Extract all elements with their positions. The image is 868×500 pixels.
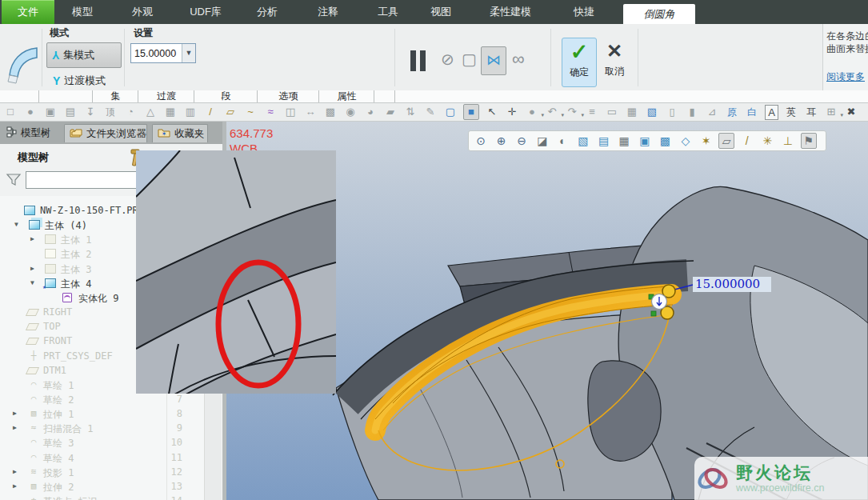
dashboard-tab-5[interactable]: 属性 <box>318 90 374 102</box>
menu-tab-10[interactable]: 快捷 <box>562 0 606 24</box>
plain-cn-icon[interactable]: 白 <box>745 104 759 120</box>
material-ball-icon[interactable]: ● <box>23 104 38 120</box>
expand-icon[interactable]: ▶ <box>13 410 17 417</box>
offset-section-icon[interactable]: ▩ <box>657 133 673 149</box>
tree-item-18[interactable]: ◠草绘 411 <box>0 450 205 465</box>
shaded-view-icon[interactable]: ■ <box>463 104 479 120</box>
radius-value[interactable]: 15.00000 <box>131 48 182 59</box>
assemble-icon[interactable]: ▣ <box>43 104 58 120</box>
no-preview-icon[interactable]: ⊘ <box>441 50 454 69</box>
wireframe-preview-icon[interactable]: ▢ <box>462 50 477 69</box>
zoom-out-icon[interactable]: ⊖ <box>514 133 530 149</box>
menu-tab-3[interactable]: 外观 <box>120 0 165 24</box>
expand-icon[interactable]: ▶ <box>13 424 17 431</box>
zoom-fit-icon[interactable]: ⊙ <box>473 133 489 149</box>
style-brush-icon[interactable]: ✎ <box>423 104 438 120</box>
collapse-icon[interactable]: ▼ <box>14 221 18 228</box>
surface-trim-icon[interactable]: ◔ <box>123 104 138 120</box>
open-folder-icon[interactable]: ▤ <box>63 104 78 120</box>
section-cap-icon[interactable]: ▣ <box>637 133 653 149</box>
revolve-tool-icon[interactable]: ▮ <box>685 104 699 120</box>
expand-icon[interactable]: ▶ <box>30 235 34 242</box>
wireframe-view-icon[interactable]: ▢ <box>443 104 458 120</box>
dashboard-tab-2[interactable]: 过渡 <box>138 90 194 102</box>
menu-tab-6[interactable]: 注释 <box>306 0 350 24</box>
close-window-icon[interactable]: ✖ <box>844 104 858 120</box>
radius-value-combo[interactable]: 15.00000 ▼ <box>130 43 196 63</box>
dimension-icon[interactable]: ↔ <box>303 104 318 120</box>
tree-item-19[interactable]: ▶≋投影 112 <box>0 465 205 479</box>
cancel-button[interactable]: ✕ 取消 <box>598 38 630 86</box>
filter-icon[interactable] <box>6 172 22 191</box>
transition-mode-button[interactable]: Y 过渡模式 <box>48 72 136 90</box>
bounding-box-icon[interactable]: ▭ <box>605 104 619 120</box>
view-manager-icon[interactable]: ▤ <box>596 133 612 149</box>
annotation-display-icon[interactable]: ⚑ <box>801 133 817 149</box>
window-arrange-icon[interactable]: ⊞▾ <box>824 104 838 120</box>
corner-tool-icon[interactable]: ⊿ <box>705 104 719 120</box>
sketch-curve-icon[interactable]: ≈ <box>263 104 278 120</box>
orbit-ball-dropdown-icon[interactable]: ▾ <box>541 107 544 123</box>
menu-tab-5[interactable]: 分析 <box>245 0 290 24</box>
menu-tab-8[interactable]: 视图 <box>418 0 463 24</box>
display-style-icon[interactable]: ◐ <box>554 133 570 149</box>
tree-item-15[interactable]: ▶▧拉伸 18 <box>0 406 205 421</box>
tree-item-21[interactable]: ✱基准点 标识14 <box>0 494 205 500</box>
save-backup-icon[interactable]: ▥ <box>183 104 198 120</box>
redo-dropdown-icon[interactable]: ▾ <box>581 107 584 123</box>
menu-tab-1[interactable]: 文件 <box>2 0 54 24</box>
dashboard-tab-1[interactable]: 集 <box>92 90 138 102</box>
axis-display-icon[interactable]: / <box>739 133 755 149</box>
origin-cn-icon[interactable]: 原 <box>725 104 739 120</box>
tree-item-17[interactable]: ◠草绘 310 <box>0 435 205 450</box>
tree-item-20[interactable]: ▶▧拉伸 213 <box>0 479 205 494</box>
tab-folder-browser[interactable]: 文件夹浏览器 <box>64 124 147 142</box>
read-more-link[interactable]: 阅读更多 <box>826 70 865 84</box>
repaint-icon[interactable]: ◪ <box>534 133 550 149</box>
tree-filter-input[interactable] <box>26 171 142 189</box>
dashboard-tab-4[interactable]: 选项 <box>257 90 319 102</box>
geometry-preview-icon[interactable]: ⋈ <box>481 46 506 75</box>
english-cn-icon[interactable]: 英 <box>784 104 798 120</box>
csys-display-icon[interactable]: ⊥ <box>780 133 796 149</box>
menu-tab-9[interactable]: 柔性建模 <box>475 0 546 24</box>
cube-add-icon[interactable]: ▧ <box>645 104 659 120</box>
dashboard-tab-3[interactable]: 段 <box>194 90 258 102</box>
orbit-ball-icon[interactable]: ●▾ <box>525 104 539 120</box>
menu-tab-11[interactable]: 倒圆角 <box>623 4 695 24</box>
sort-regen-icon[interactable]: ⇅ <box>403 104 418 120</box>
copy-paste-icon[interactable]: ▩ <box>323 104 338 120</box>
expand-icon[interactable]: ▶ <box>13 468 17 475</box>
zoom-in-icon[interactable]: ⊕ <box>494 133 510 149</box>
verify-glasses-icon[interactable]: ∞ <box>512 49 525 70</box>
window-arrange-dropdown-icon[interactable]: ▾ <box>840 107 843 123</box>
tab-favorites[interactable]: ✶ 收藏夹 <box>152 124 208 142</box>
sketch-rect-icon[interactable]: ▱ <box>223 104 238 120</box>
redo-icon[interactable]: ↷▾ <box>565 104 579 120</box>
regen-manager-icon[interactable]: ≡ <box>585 104 599 120</box>
tab-model-tree[interactable]: 模型树 <box>2 124 51 142</box>
sketch-line-icon[interactable]: / <box>203 104 218 120</box>
point-display-icon[interactable]: ✳ <box>759 133 775 149</box>
ime-cn-icon[interactable]: 耳 <box>804 104 818 120</box>
menu-tab-4[interactable]: UDF库 <box>180 0 231 24</box>
plane-display-icon[interactable]: ▱ <box>718 133 734 149</box>
expand-icon[interactable]: ▶ <box>30 265 34 272</box>
set-mode-button[interactable]: Y 集模式 <box>46 42 122 68</box>
datum-plane-icon[interactable]: △ <box>143 104 158 120</box>
tree-item-16[interactable]: ▶≈扫描混合 19 <box>0 421 205 435</box>
capture-icon[interactable]: ▦ <box>616 133 632 149</box>
chevron-down-icon[interactable]: ▼ <box>182 44 195 62</box>
datum-display-icon[interactable]: ✶ <box>698 133 714 149</box>
undo-dropdown-icon[interactable]: ▾ <box>561 107 564 123</box>
pan-hand-icon[interactable]: ✛ <box>505 104 519 120</box>
round-tool-icon[interactable]: ◕ <box>363 104 378 120</box>
top-view-icon[interactable]: 顶 <box>103 104 118 120</box>
erase-icon[interactable]: ▰ <box>383 104 398 120</box>
saved-orientations-icon[interactable]: ▧ <box>575 133 591 149</box>
save-icon[interactable]: ▦ <box>163 104 178 120</box>
extrude-tool-icon[interactable]: ▯ <box>665 104 679 120</box>
import-icon[interactable]: ↧ <box>83 104 98 120</box>
ok-button[interactable]: ✓ 确定 <box>562 38 597 87</box>
pause-button[interactable] <box>410 50 428 71</box>
